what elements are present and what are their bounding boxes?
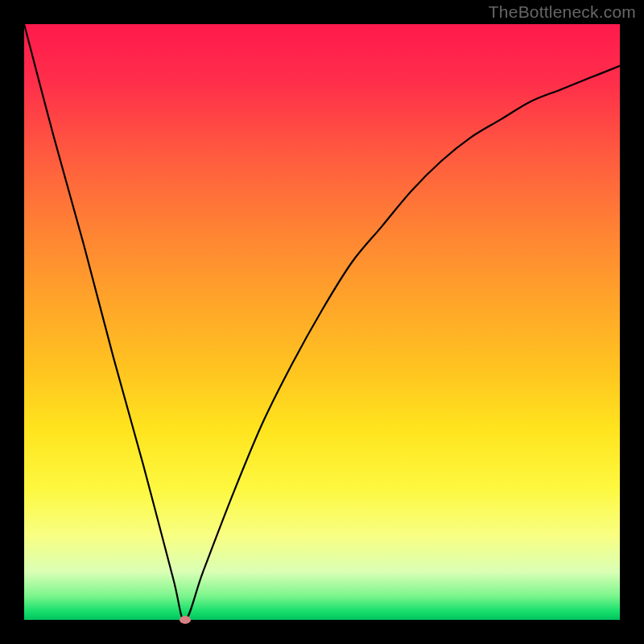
chart-frame: TheBottleneck.com xyxy=(0,0,644,644)
plot-area xyxy=(24,24,620,620)
watermark-text: TheBottleneck.com xyxy=(489,2,636,22)
minimum-marker-icon xyxy=(180,616,191,624)
bottleneck-curve xyxy=(24,24,620,620)
